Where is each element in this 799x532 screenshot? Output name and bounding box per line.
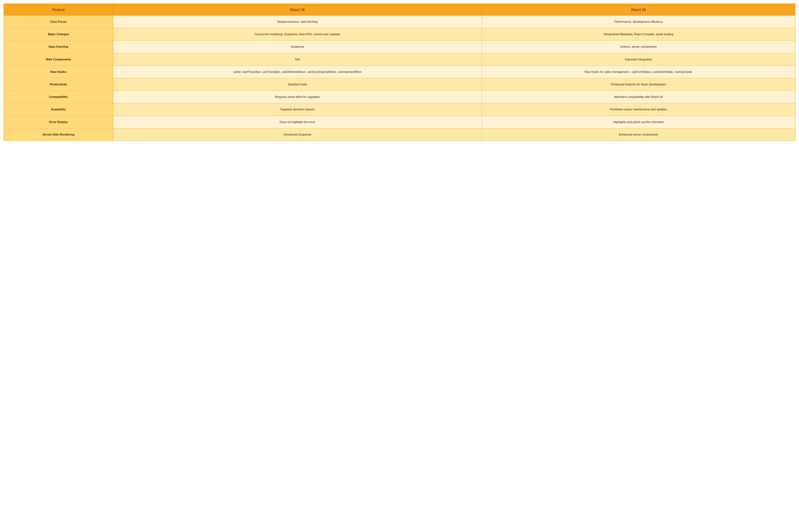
react19-value: Actions, server components	[482, 40, 795, 53]
table-row: Server-Side RenderingIntroduced Suspense…	[4, 128, 795, 141]
react19-value: Streamlined Metadata, React Compiler, as…	[482, 28, 795, 40]
feature-label: Data Fetching	[4, 40, 113, 53]
feature-label: Compatibility	[4, 91, 113, 103]
feature-label: Major Changes	[4, 28, 113, 40]
table-row: CompatibilityRequires some effort for up…	[4, 91, 795, 103]
react19-value: Highlights and points out the mismatch	[482, 116, 795, 128]
feature-label: Web Components	[4, 53, 113, 65]
table-row: Major ChangesConcurrent rendering, Suspe…	[4, 28, 795, 40]
react19-value: Maintains compatibility with React 18	[482, 91, 795, 103]
react19-value: Facilitates easier maintenance and updat…	[482, 103, 795, 116]
react18-value: Responsiveness, data fetching	[113, 16, 482, 28]
table-row: Data FetchingSuspenseActions, server com…	[4, 40, 795, 53]
feature-label: New Hooks	[4, 65, 113, 78]
feature-label: Error Display	[4, 116, 113, 128]
table-header-row: FeatureReact 18React 19	[4, 4, 795, 16]
react19-value: Performance, development efficiency	[482, 16, 795, 28]
react19-value: Enhanced features for faster development	[482, 78, 795, 91]
react18-value: Concurrent rendering, Suspense, New APIs…	[113, 28, 482, 40]
comparison-table: FeatureReact 18React 19 Core FocusRespon…	[3, 3, 796, 141]
react18-value: Standard tools	[113, 78, 482, 91]
react18-value: Does not highlight the error	[113, 116, 482, 128]
column-header-react19: React 19	[482, 4, 795, 16]
react19-value: Enhanced server components	[482, 128, 795, 141]
column-header-react18: React 18	[113, 4, 482, 16]
feature-label: Core Focus	[4, 16, 113, 28]
react18-value: Requires some effort for upgrades	[113, 91, 482, 103]
feature-label: Server-Side Rendering	[4, 128, 113, 141]
react18-value: useId, startTransition, useTransition, u…	[113, 65, 482, 78]
table-row: Error DisplayDoes not highlight the erro…	[4, 116, 795, 128]
table-row: New HooksuseId, startTransition, useTran…	[4, 65, 795, 78]
react18-value: Introduced Suspense	[113, 128, 482, 141]
feature-label: Productivity	[4, 78, 113, 91]
column-header-feature: Feature	[4, 4, 113, 16]
table-row: ScalabilitySupports dynamic importsFacil…	[4, 103, 795, 116]
react18-value: Suspense	[113, 40, 482, 53]
table-row: ProductivityStandard toolsEnhanced featu…	[4, 78, 795, 91]
react18-value: Supports dynamic imports	[113, 103, 482, 116]
table-row: Core FocusResponsiveness, data fetchingP…	[4, 16, 795, 28]
feature-label: Scalability	[4, 103, 113, 116]
react19-value: New hooks for state management - useForm…	[482, 65, 795, 78]
react19-value: Improved integration	[482, 53, 795, 65]
react18-value: N/A	[113, 53, 482, 65]
table-row: Web ComponentsN/AImproved integration	[4, 53, 795, 65]
